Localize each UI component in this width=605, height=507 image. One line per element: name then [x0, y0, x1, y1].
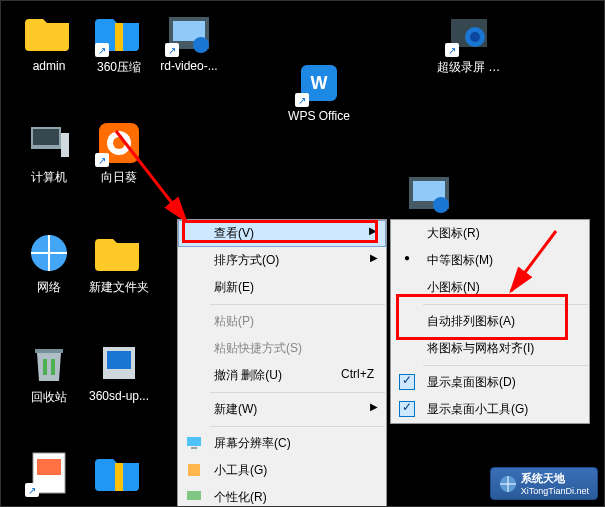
svg-point-8 [470, 32, 480, 42]
menu-resolution[interactable]: 屏幕分辨率(C) [178, 430, 386, 457]
svg-rect-24 [115, 463, 123, 491]
check-icon [395, 401, 419, 420]
icon-wps[interactable]: W ↗ WPS Office [287, 59, 351, 123]
menu-label: 撤消 删除(U) [214, 368, 282, 382]
icon-superrec[interactable]: ↗ 超级录屏 9.1 [437, 9, 501, 76]
svg-rect-19 [35, 349, 63, 353]
svg-point-3 [193, 37, 209, 53]
menu-medium-icons[interactable]: ● 中等图标(M) [391, 247, 589, 274]
menu-label: 粘贴快捷方式(S) [214, 341, 302, 355]
installer-icon [95, 339, 143, 387]
folder-icon [95, 229, 143, 277]
check-icon [395, 374, 419, 393]
icon-computer[interactable]: 计算机 [17, 119, 81, 186]
menu-label: 自动排列图标(A) [427, 314, 515, 328]
menu-label: 屏幕分辨率(C) [214, 436, 291, 450]
menu-show-gadgets[interactable]: 显示桌面小工具(G) [391, 396, 589, 423]
menu-hotkey: Ctrl+Z [341, 367, 374, 381]
svg-rect-10 [33, 129, 59, 145]
icon-label: rd-video-... [157, 59, 221, 73]
icon-floating-video[interactable] [397, 169, 461, 217]
svg-text:W: W [311, 73, 328, 93]
icon-360zip[interactable]: ↗ 360压缩 [87, 9, 151, 76]
svg-rect-11 [61, 133, 69, 157]
icon-recycle[interactable]: 回收站 [17, 339, 81, 406]
icon-admin[interactable]: admin [17, 9, 81, 73]
shortcut-arrow-icon: ↗ [25, 483, 39, 497]
watermark-title: 系统天地 [521, 471, 589, 486]
network-icon [25, 229, 73, 277]
menu-new[interactable]: 新建(W) ▶ [178, 396, 386, 423]
svg-rect-26 [191, 447, 197, 449]
icon-network[interactable]: 网络 [17, 229, 81, 296]
radio-dot-icon: ● [395, 252, 419, 263]
svg-rect-23 [37, 459, 61, 475]
icon-rdvideo[interactable]: ↗ rd-video-... [157, 9, 221, 73]
monitor-icon [182, 435, 206, 454]
recycle-bin-icon [25, 339, 73, 387]
menu-label: 小工具(G) [214, 463, 267, 477]
icon-unknown-2[interactable] [87, 449, 151, 497]
icon-360sd[interactable]: 360sd-up... [87, 339, 151, 403]
menu-separator [210, 426, 385, 427]
menu-show-icons[interactable]: 显示桌面图标(D) [391, 369, 589, 396]
icon-unknown-1[interactable]: ↗ [17, 449, 81, 497]
icon-label: WPS Office [287, 109, 351, 123]
svg-point-14 [113, 137, 125, 149]
watermark-url: XiTongTianDi.net [521, 486, 589, 496]
icon-label: 360sd-up... [87, 389, 151, 403]
computer-icon [25, 119, 73, 167]
menu-label: 将图标与网格对齐(I) [427, 341, 534, 355]
menu-separator [210, 304, 385, 305]
menu-label: 个性化(R) [214, 490, 267, 504]
menu-label: 新建(W) [214, 402, 257, 416]
svg-point-17 [433, 197, 449, 213]
icon-label: 网络 [17, 279, 81, 296]
context-menu-view-submenu: 大图标(R) ● 中等图标(M) 小图标(N) 自动排列图标(A) 将图标与网格… [390, 219, 590, 424]
shortcut-arrow-icon: ↗ [165, 43, 179, 57]
menu-large-icons[interactable]: 大图标(R) [391, 220, 589, 247]
globe-icon [499, 475, 517, 493]
svg-rect-21 [107, 351, 131, 369]
menu-label: 刷新(E) [214, 280, 254, 294]
svg-rect-25 [187, 437, 201, 446]
menu-label: 显示桌面图标(D) [427, 375, 516, 389]
menu-gadgets[interactable]: 小工具(G) [178, 457, 386, 484]
menu-small-icons[interactable]: 小图标(N) [391, 274, 589, 301]
menu-undo-delete[interactable]: 撤消 删除(U) Ctrl+Z [178, 362, 386, 389]
menu-refresh[interactable]: 刷新(E) [178, 274, 386, 301]
icon-label: 超级录屏 9.1 [437, 59, 501, 76]
icon-sunflower[interactable]: ↗ 向日葵 [87, 119, 151, 186]
video-clip-icon [405, 169, 453, 217]
icon-newfolder[interactable]: 新建文件夹 [87, 229, 151, 296]
menu-separator [210, 392, 385, 393]
icon-label: 向日葵 [87, 169, 151, 186]
menu-sortby[interactable]: 排序方式(O) ▶ [178, 247, 386, 274]
menu-align-grid[interactable]: 将图标与网格对齐(I) [391, 335, 589, 362]
shortcut-arrow-icon: ↗ [295, 93, 309, 107]
menu-auto-arrange[interactable]: 自动排列图标(A) [391, 308, 589, 335]
menu-personalize[interactable]: 个性化(R) [178, 484, 386, 507]
menu-label: 粘贴(P) [214, 314, 254, 328]
shortcut-arrow-icon: ↗ [445, 43, 459, 57]
menu-label: 排序方式(O) [214, 253, 279, 267]
icon-label: 360压缩 [87, 59, 151, 76]
gadget-icon [182, 462, 206, 481]
submenu-arrow-icon: ▶ [370, 252, 378, 263]
menu-paste-shortcut: 粘贴快捷方式(S) [178, 335, 386, 362]
submenu-arrow-icon: ▶ [369, 225, 377, 236]
menu-view[interactable]: 查看(V) ▶ [178, 220, 386, 247]
icon-label: admin [17, 59, 81, 73]
shortcut-arrow-icon: ↗ [95, 153, 109, 167]
zip-folder-icon [95, 449, 143, 497]
icon-label: 计算机 [17, 169, 81, 186]
menu-label: 小图标(N) [427, 280, 480, 294]
folder-icon [25, 9, 73, 57]
menu-label: 中等图标(M) [427, 253, 493, 267]
svg-rect-28 [187, 491, 201, 500]
icon-label: 新建文件夹 [87, 279, 151, 296]
menu-separator [423, 304, 588, 305]
menu-paste: 粘贴(P) [178, 308, 386, 335]
svg-rect-27 [188, 464, 200, 476]
menu-label: 显示桌面小工具(G) [427, 402, 528, 416]
